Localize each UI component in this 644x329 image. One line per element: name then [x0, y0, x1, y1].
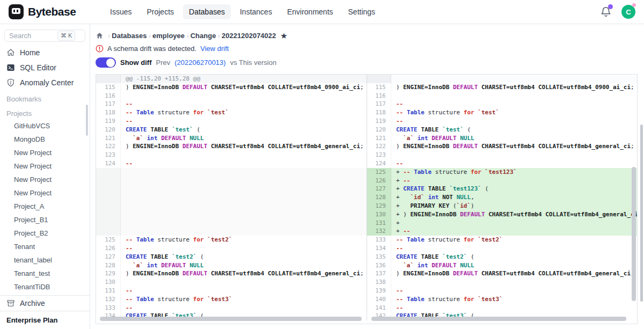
line-number: 135	[367, 253, 391, 261]
show-diff-toggle[interactable]	[96, 57, 116, 68]
code-line: ) ENGINE=InnoDB DEFAULT CHARSET=utf8mb4 …	[121, 83, 367, 92]
project-item[interactable]: GitHubVCS	[0, 119, 90, 133]
line-number	[96, 185, 121, 193]
project-item[interactable]: tenant_label	[0, 253, 90, 267]
sidebar-item-archive[interactable]: Archive	[0, 296, 90, 311]
diff-vertical-scrollbar[interactable]	[632, 167, 636, 301]
search-box[interactable]: ⌘ K	[4, 30, 85, 42]
line-number: 118	[96, 108, 121, 117]
project-item[interactable]: Project_A	[0, 200, 90, 213]
home-breadcrumb-icon[interactable]	[96, 32, 104, 40]
code-line	[121, 168, 367, 177]
nav-item-projects[interactable]: Projects	[141, 4, 180, 19]
avatar[interactable]: C	[621, 5, 635, 19]
code-line: CREATE TABLE `test2` (	[391, 253, 637, 261]
code-line: `a` int DEFAULT NULL	[121, 134, 367, 143]
nav-item-databases[interactable]: Databases	[183, 4, 231, 19]
project-item[interactable]: Project_B2	[0, 226, 90, 240]
code-line: --	[121, 304, 367, 312]
projects-section-label: Projects	[0, 105, 90, 119]
sidebar-item-sql-editor[interactable]: SQL Editor	[0, 60, 90, 75]
code-line: --	[121, 244, 367, 253]
code-line	[121, 219, 367, 228]
code-line	[121, 210, 367, 219]
code-line	[121, 202, 367, 210]
alert-icon	[96, 45, 104, 53]
line-number: 137	[367, 269, 391, 278]
line-number	[96, 210, 121, 219]
diff-row: 125-- Table structure for `test2`133-- T…	[96, 236, 637, 244]
notification-badge	[608, 4, 613, 9]
diff-row: 127+ CREATE TABLE `test123` (	[96, 185, 637, 193]
line-number: 125	[367, 168, 391, 177]
line-number: 125	[96, 236, 121, 244]
code-line: + --	[391, 227, 637, 236]
code-line: `a` int DEFAULT NULL	[391, 261, 637, 270]
code-line: --	[391, 244, 637, 253]
project-item[interactable]: New Project	[0, 186, 90, 200]
home-icon	[6, 48, 15, 57]
code-line: -- Table structure for `test`	[121, 108, 367, 117]
notifications-button[interactable]	[600, 6, 612, 18]
line-number: 121	[96, 134, 121, 143]
diff-row: 131+	[96, 219, 637, 228]
prev-version-link[interactable]: (202206270013)	[174, 59, 225, 67]
code-line: -- Table structure for `test3`	[121, 295, 367, 304]
sidebar-item-anomaly-center[interactable]: Anomaly Center	[0, 75, 90, 90]
diff-row: 130138	[96, 278, 637, 287]
breadcrumb-item[interactable]: 20221202074022	[222, 32, 276, 40]
line-number: 123	[367, 151, 391, 159]
line-number: 132	[96, 295, 121, 304]
project-item[interactable]: New Project	[0, 159, 90, 173]
brand-name: Bytebase	[28, 5, 76, 18]
sidebar-item-home[interactable]: Home	[0, 45, 90, 60]
sidebar-scrollbar[interactable]	[86, 105, 88, 136]
line-number: 122	[367, 142, 391, 151]
star-icon[interactable]: ★	[280, 32, 287, 40]
diff-row: 132-- Table structure for `test3`140-- T…	[96, 295, 637, 304]
line-number: 116	[96, 92, 121, 100]
page-scrollbar[interactable]	[640, 125, 643, 302]
project-item[interactable]: New Project	[0, 173, 90, 186]
project-item[interactable]: Tenant	[0, 240, 90, 253]
nav-item-instances[interactable]: Instances	[234, 4, 278, 19]
project-item[interactable]: MongoDB	[0, 133, 90, 146]
line-number: 139	[367, 287, 391, 295]
line-number	[96, 219, 121, 228]
code-line: ) ENGINE=InnoDB DEFAULT CHARSET=utf8mb4 …	[391, 269, 637, 278]
view-drift-link[interactable]: View drift	[200, 45, 229, 53]
breadcrumb-item[interactable]: employee	[152, 32, 185, 40]
code-line: + CREATE TABLE `test123` (	[391, 185, 637, 193]
nav-item-settings[interactable]: Settings	[342, 4, 382, 19]
code-line	[121, 278, 367, 287]
bytebase-logo[interactable]: Bytebase	[9, 4, 97, 19]
line-number: 116	[367, 92, 391, 100]
left-pane-horizontal-scrollbar[interactable]	[100, 317, 362, 321]
breadcrumb-item[interactable]: Databases	[112, 32, 147, 40]
code-line: -- Table structure for `test2`	[121, 236, 367, 244]
diff-row: 115) ENGINE=InnoDB DEFAULT CHARSET=utf8m…	[96, 83, 637, 92]
nav-item-issues[interactable]: Issues	[104, 4, 137, 19]
right-pane-horizontal-scrollbar[interactable]	[371, 317, 626, 321]
archive-label: Archive	[20, 299, 45, 308]
line-number: 140	[367, 295, 391, 304]
diff-row: 130+ ) ENGINE=InnoDB DEFAULT CHARSET=utf…	[96, 210, 637, 219]
search-input[interactable]	[9, 32, 55, 40]
line-number: 124	[367, 159, 391, 168]
code-line: --	[121, 100, 367, 108]
line-number: 126	[96, 244, 121, 253]
code-line: --	[121, 117, 367, 126]
code-line	[391, 92, 637, 100]
main-content: › Databases › employee › Change › 202212…	[90, 24, 644, 329]
project-item[interactable]: Project_B1	[0, 213, 90, 226]
avatar-status-dot	[632, 3, 636, 7]
project-item[interactable]: Tenant_test	[0, 267, 90, 280]
line-number: 131	[96, 287, 121, 295]
project-item[interactable]: New Project	[0, 146, 90, 159]
nav-item-environments[interactable]: Environments	[281, 4, 339, 19]
diff-row: 125+ -- Table structure for `test123`	[96, 168, 637, 177]
breadcrumb-item[interactable]: Change	[191, 32, 216, 40]
breadcrumb-separator: ›	[216, 32, 222, 40]
project-item[interactable]: TenantTiDB	[0, 280, 90, 294]
code-line	[391, 151, 637, 159]
